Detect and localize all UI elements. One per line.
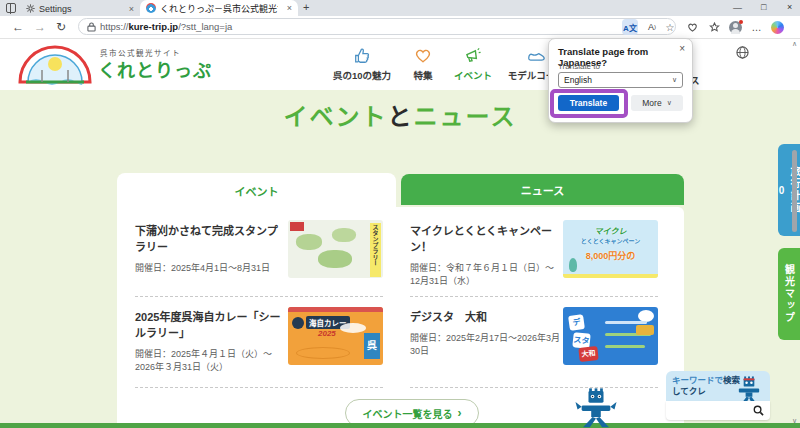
forward-button[interactable]: →	[34, 19, 46, 35]
megaphone-icon	[464, 47, 483, 64]
target-language-select[interactable]: English ∨	[558, 72, 683, 88]
read-aloud-icon[interactable]: A)	[644, 19, 660, 35]
thumb-caption: 呉	[364, 333, 380, 359]
footer-strip	[0, 423, 800, 428]
copilot-icon[interactable]	[769, 19, 785, 35]
refresh-button[interactable]: ↻	[56, 19, 66, 35]
row-divider	[135, 387, 383, 388]
scrollbar-thumb[interactable]	[792, 150, 797, 232]
translate-icon[interactable]: A文	[622, 19, 638, 35]
heart-icon	[414, 47, 432, 64]
translate-button[interactable]: Translate	[558, 95, 619, 111]
chevron-down-icon: ∨	[667, 99, 672, 107]
event-title: デジスタ 大和	[410, 310, 570, 326]
nav-item-features[interactable]: 特集	[402, 47, 444, 82]
site-logo[interactable]	[16, 42, 94, 90]
event-date: 開催日：2025年４月１日（火）～2026年３月31日（火）	[135, 348, 287, 374]
thumb-caption: 8,000円分の	[563, 249, 658, 262]
scroll-down-arrow[interactable]: ∨	[792, 417, 797, 425]
profile-avatar[interactable]	[727, 19, 743, 35]
keyword-search-field	[666, 401, 770, 420]
back-button[interactable]: ←	[12, 19, 24, 35]
tab-label: Settings	[39, 4, 72, 14]
browser-window: Settings × くれとりっぷ－呉市公式観光サイト × + — □ × ← …	[0, 0, 800, 428]
lock-icon	[87, 22, 96, 32]
search-icon[interactable]	[753, 405, 764, 416]
event-thumbnail[interactable]: スタンプラリー	[288, 220, 383, 278]
event-thumbnail[interactable]: 海自カレー 2025 呉	[288, 307, 383, 365]
tab-settings[interactable]: Settings ×	[26, 2, 134, 15]
close-tab-icon[interactable]: ×	[129, 4, 134, 14]
keyword-search-text: キーワードで検索 してクレ	[672, 375, 740, 398]
notification-dot	[739, 20, 743, 24]
event-date: 開催日：令和７年６月１日（日）～12月31日（水）	[410, 262, 562, 288]
tab-label: くれとりっぷ－呉市公式観光サイト	[160, 2, 278, 15]
event-item[interactable]: 2025年度呉海自カレー「シールラリー」 開催日：2025年４月１日（火）～20…	[135, 310, 287, 374]
maximize-button[interactable]: □	[761, 3, 766, 12]
settings-menu-icon[interactable]: …	[749, 19, 765, 35]
row-divider	[410, 296, 658, 297]
thumb-caption: 大和	[578, 346, 598, 362]
event-item[interactable]: マイクレとくとくキャンペーン！ 開催日：令和７年６月１日（日）～12月31日（水…	[410, 224, 562, 288]
more-button[interactable]: More ∨	[631, 95, 683, 111]
collections-icon[interactable]	[706, 19, 722, 35]
scroll-up-arrow[interactable]: ∧	[792, 40, 797, 48]
minimize-button[interactable]: —	[733, 4, 742, 13]
translate-popup: Translate page from Japanese? × Translat…	[548, 38, 693, 123]
site-name[interactable]: くれとりっぷ	[98, 56, 212, 82]
event-date: 開催日：2025年2月17日～2026年3月30日	[410, 332, 570, 358]
thumb-caption: 2025	[318, 329, 336, 338]
event-title: 2025年度呉海自カレー「シールラリー」	[135, 310, 287, 342]
row-divider	[135, 296, 383, 297]
trip-plan-count: 0	[776, 185, 787, 196]
close-window-button[interactable]: ×	[787, 3, 792, 12]
chevron-down-icon: ∨	[672, 76, 677, 84]
event-title: マイクレとくとくキャンペーン！	[410, 224, 562, 256]
sightseeing-map-button[interactable]: 観光マップ	[778, 248, 800, 340]
event-title: 下蒲刈かさねて完成スタンプラリー	[135, 224, 287, 256]
event-item[interactable]: 下蒲刈かさねて完成スタンプラリー 開催日：2025年4月1日～8月31日	[135, 224, 287, 275]
thumb-caption: とくとくキャンペーン	[563, 236, 658, 245]
thumb-caption: デジ	[568, 314, 585, 331]
site-favicon	[146, 3, 156, 13]
thumb-caption: スタンプラリー	[370, 223, 381, 277]
keyword-search-widget: キーワードで検索 してクレ	[666, 371, 770, 402]
browser-toolbar: ← → ↻ https://kure-trip.jp/?stt_lang=ja …	[0, 16, 800, 39]
close-tab-icon[interactable]: ×	[287, 3, 292, 13]
nav-item-attractions[interactable]: 呉の10の魅力	[330, 47, 394, 82]
chevron-right-icon: ›	[458, 406, 462, 420]
keyword-search-input[interactable]	[670, 404, 752, 419]
url-text: https://kure-trip.jp/?stt_lang=ja	[100, 21, 232, 32]
event-thumbnail[interactable]: デジ スタ 大和	[563, 307, 658, 365]
event-thumbnail[interactable]: マイクレ とくとくキャンペーン 8,000円分の	[563, 220, 658, 278]
shoe-icon	[526, 47, 546, 64]
thumb-caption: マイクレ	[563, 225, 658, 236]
globe-icon	[736, 46, 749, 59]
new-tab-button[interactable]: +	[303, 1, 309, 13]
nav-item-events[interactable]: イベント	[448, 47, 498, 82]
close-popup-icon[interactable]: ×	[679, 43, 685, 54]
favorites-star-icon[interactable]: ☆	[662, 19, 678, 35]
event-date: 開催日：2025年4月1日～8月31日	[135, 262, 287, 275]
gear-icon	[26, 4, 35, 13]
tab-actions-icon[interactable]	[6, 3, 16, 13]
address-bar[interactable]: https://kure-trip.jp/?stt_lang=ja	[78, 18, 676, 35]
event-item[interactable]: デジスタ 大和 開催日：2025年2月17日～2026年3月30日	[410, 310, 570, 358]
tab-events[interactable]: イベント	[117, 173, 396, 209]
translate-to-label: Translate to	[558, 62, 600, 71]
tab-news[interactable]: ニュース	[401, 174, 684, 205]
thumbs-up-icon	[353, 47, 371, 64]
kure-mascot	[565, 387, 627, 428]
tab-active-kuretrip[interactable]: くれとりっぷ－呉市公式観光サイト ×	[140, 0, 298, 16]
bridge-logo-icon	[16, 42, 94, 86]
tab-strip: Settings × くれとりっぷ－呉市公式観光サイト × + — □ ×	[0, 0, 800, 16]
browser-essentials-icon[interactable]	[684, 19, 700, 35]
